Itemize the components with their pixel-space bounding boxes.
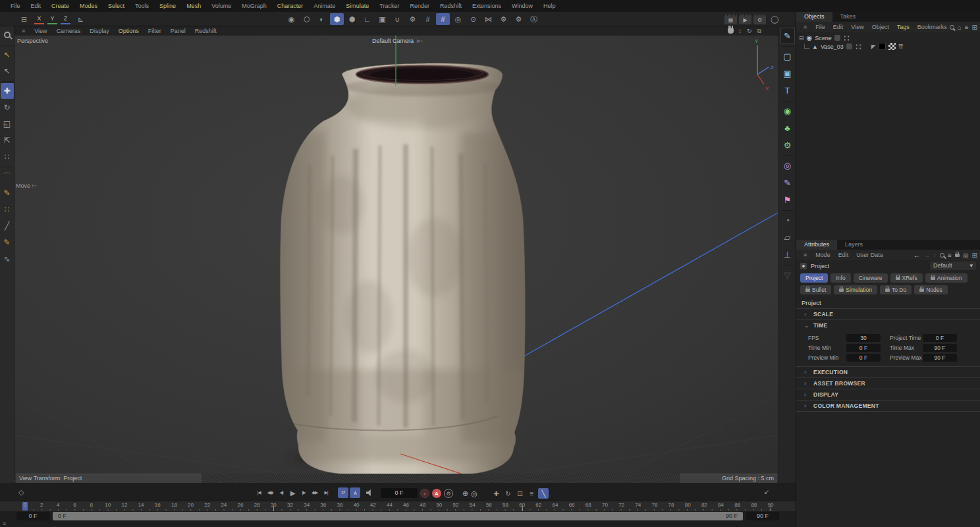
rectangle-spline-icon[interactable]: ▢ [780,48,795,65]
attr-tab-info[interactable]: Info [830,273,850,283]
prev-frame-button[interactable]: ◀| [276,487,286,498]
vase-node-label[interactable]: Vase_03 [821,43,844,50]
target-icon[interactable]: ⊙ [466,13,480,25]
menu-window[interactable]: Window [506,3,538,9]
phong-tag-icon[interactable]: ⇈ [898,43,904,50]
brush-icon[interactable]: ╱ [1,218,14,234]
prev-key-button[interactable]: ◀◆ [265,487,275,498]
menu-create[interactable]: Create [46,3,74,9]
subdivision-surface-icon[interactable]: ◉ [780,103,795,119]
timeline-hamburger-icon[interactable]: ≡ [3,520,6,527]
spline-sketch-icon[interactable]: ✎ [1,185,14,201]
menu-mograph[interactable]: MoGraph [236,3,272,9]
viewport-menu-redshift[interactable]: Redshift [190,28,221,34]
objects-menu-bookmarks[interactable]: Bookmarks [913,24,951,30]
line-cut-icon[interactable]: ✎ [1,235,14,250]
spline-pen-icon[interactable]: ⌒ [1,169,14,184]
disabled-tag-icon[interactable]: ▽ [780,267,795,283]
tree-row-scene[interactable]: ⊟ ◉ Scene [796,34,980,42]
tab-takes[interactable]: Takes [832,12,864,22]
attributes-menu-mode[interactable]: Mode [811,252,834,258]
field-time-min-value[interactable]: 0 F [846,344,881,352]
layer-toggle[interactable] [846,43,852,49]
menu-file[interactable]: File [5,3,26,9]
camera-label[interactable]: Default Camera ⊳▫ [372,38,423,44]
model-mode-icon[interactable]: ◐ [315,13,329,25]
loop-playback-button[interactable]: ⇄ [338,487,348,498]
viewport-menu-panel[interactable]: Panel [166,28,190,34]
quantize-grid-icon[interactable]: # [436,13,450,25]
bend-deformer-icon[interactable]: ◎ [780,157,795,174]
field-preview-min-value[interactable]: 0 F [846,354,881,362]
attributes-menu-edit[interactable]: Edit [834,252,853,258]
generator-gear-icon[interactable]: ⚙ [780,137,795,153]
object-mode-icon[interactable]: ⬢ [330,13,344,25]
interactive-render-icon[interactable]: ◯ [768,13,782,25]
archive-icon[interactable]: ⊟ [17,13,31,25]
objects-filter-icon[interactable]: ≡ [965,24,969,31]
viewport-hamburger-icon[interactable]: ≡ [17,28,30,34]
multi-axis-tool-icon[interactable]: ∷ [1,149,14,165]
attributes-search-icon[interactable] [940,253,944,258]
zoom-tool-icon[interactable] [1,27,14,43]
timeline-ruler[interactable]: 0246810121416182022242628303234363840424… [0,501,796,511]
menu-render[interactable]: Render [404,3,435,9]
visibility-dots[interactable] [855,43,862,50]
light-object-icon[interactable]: ⊥ [780,246,795,263]
objects-menu-file[interactable]: File [811,24,829,30]
menu-tools[interactable]: Tools [130,3,154,9]
section-time[interactable]: ⌄TIME [796,319,980,331]
tweak-tool-icon[interactable]: ↖ [1,63,14,79]
transform-tool-icon[interactable]: ⇱ [1,132,14,148]
dolly-view-icon[interactable]: ↕ [739,28,742,34]
next-frame-button[interactable]: |▶ [298,487,309,498]
live-selection-icon[interactable]: ↖ [1,47,14,63]
spline-deformer-icon[interactable]: ✎ [780,175,795,191]
cube-primitive-icon[interactable]: ▣ [780,65,795,82]
axis-x-button[interactable]: X [34,14,44,24]
menu-character[interactable]: Character [272,3,309,9]
menu-redshift[interactable]: Redshift [435,3,467,9]
rotate-view-icon[interactable]: ↻ [747,28,752,34]
attr-tab-animation[interactable]: Animation [925,273,967,283]
scale-tool-icon[interactable]: ◱ [1,116,14,132]
view-name-label[interactable]: Perspective [17,38,48,44]
menu-tracker[interactable]: Tracker [374,3,404,9]
record-objects-button[interactable]: ● [420,489,429,498]
keyframe-presets-icon[interactable]: ◎ [471,489,477,498]
next-key-button[interactable]: ◆▶ [310,487,320,498]
toggle-view-icon[interactable]: ⧉ [757,28,761,35]
track-icon[interactable]: ◎ [963,252,969,259]
autokeying-button[interactable]: A [432,489,441,498]
new-panel-icon[interactable]: ⊞ [972,252,977,259]
lock-icon[interactable] [955,254,960,257]
array-generator-icon[interactable]: ♣ [780,120,795,136]
rotate-tool-icon[interactable]: ↻ [1,99,14,115]
menu-select[interactable]: Select [103,3,130,9]
keying-settings-button[interactable]: ⚙ [444,489,453,498]
menu-volume[interactable]: Volume [206,3,236,9]
plane-lock-icon[interactable]: ▣ [375,13,389,25]
pan-view-icon[interactable] [728,28,734,35]
workplane-icon[interactable]: ∟ [360,13,374,25]
tree-row-vase[interactable]: ▲ Vase_03 ◤ ⇈ [796,42,980,51]
timeline-resize-icon[interactable]: ↙ [764,488,769,495]
keyframe-selection-icon[interactable]: ⊕ [462,489,468,498]
tab-layers[interactable]: Layers [837,240,871,250]
objects-menu-edit[interactable]: Edit [829,24,848,30]
spline-wrap-icon[interactable]: ∿ [1,251,14,267]
coordinate-system-icon[interactable]: ⊾ [74,13,88,25]
gear-a-icon[interactable]: Ⓐ [527,13,541,25]
tab-attributes[interactable]: Attributes [796,240,837,250]
view-transform-label[interactable]: View Transform: Project [16,474,202,483]
section-display[interactable]: ›DISPLAY [796,389,980,400]
key-rotation-button[interactable]: ↻ [503,488,513,499]
visibility-dots[interactable] [843,35,850,42]
viewport-menu-display[interactable]: Display [85,28,114,34]
simulate-scene-icon[interactable]: ◉ [285,13,298,25]
section-asset-browser[interactable]: ›ASSET BROWSER [796,377,980,389]
selection-tag-icon[interactable]: ◤ [871,43,876,50]
hexagon-outline-icon[interactable]: ⬡ [300,13,313,25]
viewport-menu-cameras[interactable]: Cameras [52,28,86,34]
objects-search-icon[interactable] [950,25,954,30]
